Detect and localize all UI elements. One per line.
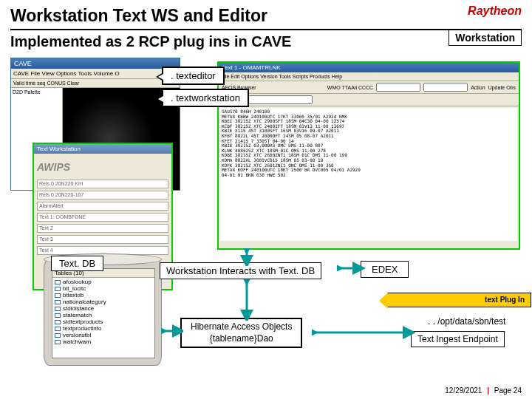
table-name: watchwarn [63, 338, 91, 345]
table-icon [55, 307, 61, 311]
table-icon [55, 320, 61, 324]
brand-logo: Raytheon [468, 4, 522, 18]
tw-field: Text 1: OOMBFDNE [37, 213, 168, 222]
table-icon [55, 300, 61, 304]
textdb-label: Text. DB [51, 256, 103, 271]
text-plugin-label: text Plug In [485, 296, 525, 304]
subtitle: Implemented as 2 RCP plug ins in CAVE [10, 33, 522, 50]
arrow-interact-to-hao [232, 279, 262, 321]
table-row: watchwarn [53, 338, 154, 345]
table-icon [55, 293, 61, 298]
table-icon [55, 333, 61, 338]
edex-box: EDEX [361, 261, 409, 278]
cave-toolbar: Valid time seq CONUS Clear [11, 79, 180, 88]
table-icon [55, 340, 61, 344]
tw-titlebar: Text Workstation [34, 144, 171, 154]
textworkstation-callout: . textworkstation [162, 89, 249, 107]
table-row: bttextdb [53, 292, 154, 299]
page-title: Workstation Text WS and Editor [10, 6, 522, 30]
textdb-cylinder: Tables (10) afoslookup bit_locitc bttext… [44, 259, 162, 366]
table-icon [55, 327, 61, 331]
editor-menubar: File Edit Options Version Tools Scripts … [219, 72, 519, 81]
text-plugin-bar: text Plug In [387, 293, 531, 307]
hao-line1: Hibernate Access Objects [191, 321, 292, 333]
footer-date: 12/29/2021 [445, 386, 482, 395]
hibernate-access-box: Hibernate Access Objects {tablename}Dao [180, 318, 302, 348]
table-row: stdidistance [53, 305, 154, 312]
hao-line2: {tablename}Dao [191, 333, 292, 345]
tw-field: AlarmAlert [37, 202, 168, 211]
editor-toolbar-row2: AWIPSID [219, 94, 519, 106]
table-icon [55, 313, 61, 318]
table-row: bit_locitc [53, 285, 154, 292]
action-label: Action [471, 85, 485, 90]
table-row: stdtextproducts [53, 318, 154, 325]
editor-titlebar: Text 1 - OMAMTRLNK [219, 63, 519, 72]
text-editor-window: Text 1 - OMAMTRLNK File Edit Options Ver… [217, 61, 520, 250]
table-name: statematch [63, 312, 92, 318]
db-table-list-window: Tables (10) afoslookup bit_locitc bttext… [52, 268, 155, 358]
awipsid-input[interactable] [246, 95, 313, 104]
cave-titlebar: CAVE [11, 58, 180, 69]
table-row: textproductinfo [53, 325, 154, 332]
table-icon [55, 280, 61, 284]
table-name: stdidistance [63, 305, 94, 312]
update-obs-label: Update Obs [488, 85, 516, 90]
editor-text-area: SAUS70 846H 240100 METAR KBBW 240100UTC … [220, 108, 517, 241]
workstation-interacts-box: Workstation Interacts with Text. DB [160, 262, 321, 279]
tw-field: Text 3 [37, 235, 168, 244]
textworkstation-callout-label: . textworkstation [171, 92, 240, 103]
footer-separator: | [484, 386, 492, 395]
cave-menubar: CAVE File View Options Tools Volume O [11, 69, 180, 79]
wmo-label: WMO TTAAii CCCC [327, 85, 373, 90]
table-row: afoslookup [53, 279, 154, 285]
table-name: afoslookup [63, 279, 92, 285]
texteditor-callout: . texteditor [162, 66, 225, 85]
table-icon [55, 287, 61, 291]
awips-logo: AWIPS [37, 157, 168, 177]
ingest-endpoint-box: Text Ingest Endpoint [411, 331, 505, 347]
table-row: versionstbl [53, 332, 154, 338]
tw-field: Rels 0 20N220-107 [37, 191, 168, 200]
arrow-hao-to-endpoint [312, 321, 415, 344]
ingest-path: . . /opt/data/sbn/test [428, 316, 505, 327]
table-name: bit_locitc [63, 285, 86, 292]
editor-toolbar-row1: AFOS Browser WMO TTAAii CCCC Action Upda… [219, 81, 519, 94]
wmo-input-1[interactable] [376, 83, 420, 92]
table-row: nationalcategory [53, 299, 154, 305]
texteditor-callout-label: . texteditor [171, 70, 216, 81]
footer: 12/29/2021 | Page 24 [445, 386, 522, 395]
table-name: nationalcategory [63, 299, 106, 305]
tw-field: Rels 0 20N220 Krrl [37, 180, 168, 188]
table-name: bttextdb [63, 292, 83, 299]
wmo-input-2[interactable] [423, 83, 468, 92]
diagram-canvas: CAVE CAVE File View Options Tools Volume… [10, 58, 522, 352]
workstation-label: Workstation [449, 30, 522, 46]
footer-page: Page 24 [494, 386, 522, 395]
table-name: stdtextproducts [63, 318, 103, 325]
table-name: textproductinfo [63, 325, 101, 332]
table-name: versionstbl [63, 332, 91, 338]
table-row: statematch [53, 312, 154, 318]
tw-field: Text 2 [37, 224, 168, 233]
